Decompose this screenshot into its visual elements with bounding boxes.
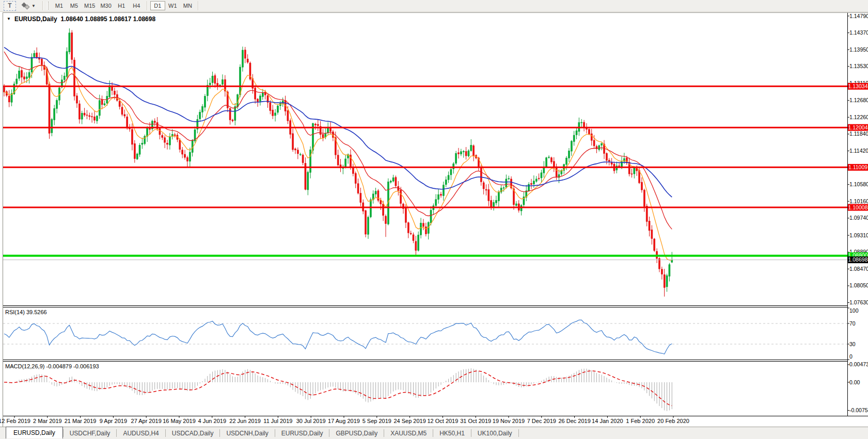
moving-average-line bbox=[4, 47, 672, 198]
rsi-tick-label: 30 bbox=[849, 341, 856, 347]
date-label: 4 Jun 2019 bbox=[198, 418, 226, 424]
rsi-tick-label: 70 bbox=[849, 320, 856, 327]
rsi-tick-label: 0 bbox=[849, 353, 853, 360]
price-tick-label: 1.10160 bbox=[849, 198, 868, 204]
date-label: 27 Apr 2019 bbox=[131, 418, 162, 424]
chart-canvas[interactable]: 1.147901.143701.139501.135301.131101.126… bbox=[0, 0, 868, 439]
date-label: 20 Feb 2020 bbox=[657, 418, 689, 424]
date-label: 24 Sep 2019 bbox=[393, 418, 425, 424]
mt4-application-window: T ▼ M1M5M15M30H1H4D1W1MN 1.147901.143701… bbox=[0, 0, 868, 439]
macd-tick-label: 0.004738 bbox=[849, 361, 868, 367]
date-label: 16 May 2019 bbox=[163, 418, 196, 424]
date-label: 31 Oct 2019 bbox=[460, 418, 491, 424]
date-label: 2 Mar 2019 bbox=[33, 418, 62, 424]
price-level-badge-label: 1.10008 bbox=[848, 204, 868, 210]
price-tick-label: 1.09310 bbox=[849, 232, 868, 238]
date-label: 17 Aug 2019 bbox=[328, 418, 360, 424]
price-tick-label: 1.11420 bbox=[849, 148, 868, 154]
price-tick-label: 1.13530 bbox=[849, 63, 868, 69]
date-label: 19 Nov 2019 bbox=[493, 418, 525, 424]
price-tick-label: 1.07630 bbox=[849, 299, 868, 305]
price-tick-label: 1.08050 bbox=[849, 282, 868, 288]
rsi-indicator-label: RSI(14) 39.5266 bbox=[5, 309, 47, 315]
price-level-badge-label: 1.11009 bbox=[848, 164, 867, 170]
rsi-tick-label: 100 bbox=[849, 307, 859, 314]
price-tick-label: 1.14790 bbox=[849, 13, 868, 19]
date-label: 21 Mar 2019 bbox=[65, 418, 97, 424]
price-tick-label: 1.13950 bbox=[849, 46, 868, 53]
macd-histogram bbox=[4, 368, 672, 411]
date-label: 12 Oct 2019 bbox=[427, 418, 458, 424]
price-tick-label: 1.12680 bbox=[849, 97, 868, 103]
price-level-badge-label: 1.12004 bbox=[848, 124, 868, 131]
tab-separator bbox=[518, 429, 519, 437]
chart-tab-usdcnh-daily[interactable]: USDCNH,Daily bbox=[220, 427, 274, 439]
date-label: 11 Jul 2019 bbox=[263, 418, 292, 424]
chart-header[interactable]: ▼ EURUSD,Daily 1.08640 1.08895 1.08617 1… bbox=[7, 15, 157, 23]
chart-tab-bar: EURUSD,DailyUSDCHF,DailyAUDUSD,H4USDCAD,… bbox=[0, 427, 868, 439]
date-label: 7 Dec 2019 bbox=[527, 418, 556, 424]
price-level-badge-label: 1.08698 bbox=[848, 256, 868, 263]
chart-tab-usdcad-daily[interactable]: USDCAD,Daily bbox=[166, 427, 220, 439]
rsi-line bbox=[4, 320, 672, 354]
date-label: 1 Feb 2020 bbox=[626, 418, 655, 424]
time-axis[interactable]: 12 Feb 20192 Mar 201921 Mar 20199 Apr 20… bbox=[0, 418, 847, 426]
price-level-badge-label: 1.13034 bbox=[848, 83, 868, 89]
price-tick-label: 1.10580 bbox=[849, 181, 868, 187]
chart-tab-audusd-h4[interactable]: AUDUSD,H4 bbox=[117, 427, 165, 439]
chart-dropdown-icon[interactable]: ▼ bbox=[7, 17, 11, 21]
price-tick-label: 1.08470 bbox=[849, 266, 868, 272]
macd-tick-label: 0.00 bbox=[849, 379, 860, 385]
date-label: 5 Sep 2019 bbox=[362, 418, 391, 424]
price-tick-label: 1.12260 bbox=[849, 114, 868, 120]
chart-tab-xauusd-m5[interactable]: XAUUSD,M5 bbox=[384, 427, 433, 439]
date-label: 12 Feb 2019 bbox=[0, 418, 30, 424]
price-tick-label: 1.14370 bbox=[849, 29, 868, 36]
chart-tab-eurusd-daily[interactable]: EURUSD,Daily bbox=[6, 427, 63, 438]
date-label: 30 Jul 2019 bbox=[296, 418, 326, 424]
chart-tab-uk100-daily[interactable]: UK100,Daily bbox=[471, 427, 518, 439]
chart-tab-usdchf-daily[interactable]: USDCHF,Daily bbox=[64, 427, 117, 439]
chart-tab-eurusd-daily[interactable]: EURUSD,Daily bbox=[275, 427, 329, 439]
macd-tick-label: -0.00758 bbox=[849, 407, 868, 413]
chart-tab-gbpusd-daily[interactable]: GBPUSD,Daily bbox=[329, 427, 384, 439]
date-label: 9 Apr 2019 bbox=[100, 418, 127, 424]
date-label: 22 Jun 2019 bbox=[229, 418, 261, 424]
chart-ohlc-values: 1.08640 1.08895 1.08617 1.08698 bbox=[61, 15, 156, 23]
macd-indicator-label: MACD(12,26,9) -0.004879 -0.006193 bbox=[5, 363, 99, 369]
chart-tab-hk50-h1[interactable]: HK50,H1 bbox=[433, 427, 471, 439]
price-tick-label: 1.11840 bbox=[849, 131, 868, 137]
price-tick-label: 1.09740 bbox=[849, 215, 868, 221]
date-label: 14 Jan 2020 bbox=[592, 418, 623, 424]
chart-symbol-label: EURUSD,Daily bbox=[14, 15, 57, 23]
date-label: 26 Dec 2019 bbox=[558, 418, 590, 424]
